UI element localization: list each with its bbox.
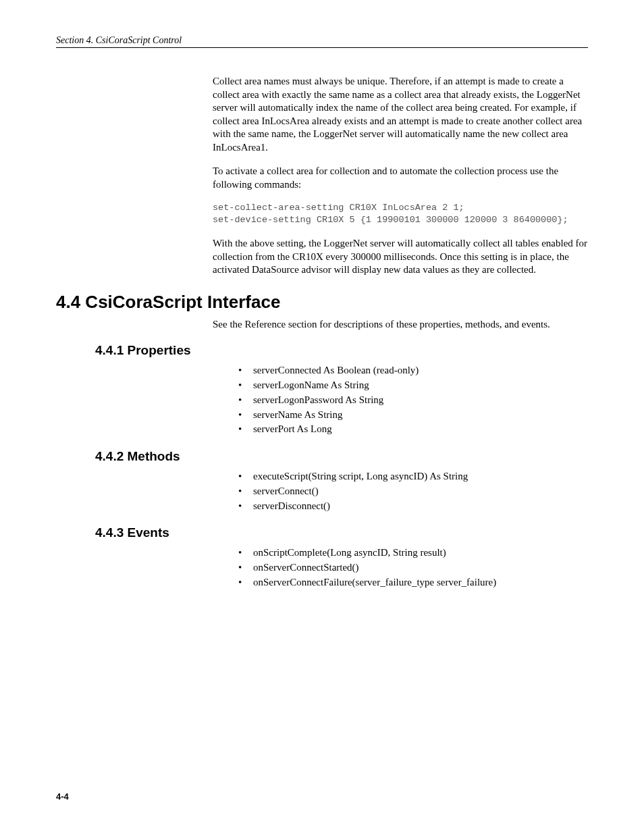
- page-number: 4-4: [56, 791, 69, 802]
- heading-events: 4.4.3 Events: [95, 525, 588, 540]
- page: Section 4. CsiCoraScript Control Collect…: [0, 0, 644, 834]
- properties-list: serverConnected As Boolean (read-only) s…: [56, 363, 588, 437]
- paragraph-with-above-setting: With the above setting, the LoggerNet se…: [213, 237, 588, 277]
- list-item: onScriptComplete(Long asyncID, String re…: [238, 546, 588, 561]
- methods-list: executeScript(String script, Long asyncI…: [56, 469, 588, 513]
- list-item: onServerConnectFailure(server_failure_ty…: [238, 575, 588, 590]
- events-list: onScriptComplete(Long asyncID, String re…: [56, 546, 588, 590]
- list-item: onServerConnectStarted(): [238, 561, 588, 575]
- paragraph-collect-area-unique: Collect area names must always be unique…: [213, 75, 588, 154]
- list-item: serverDisconnect(): [238, 499, 588, 514]
- list-item: serverLogonPassword As String: [238, 393, 588, 408]
- heading-properties: 4.4.1 Properties: [95, 343, 588, 358]
- header-rule: [56, 47, 588, 48]
- paragraph-activate-commands: To activate a collect area for collectio…: [213, 165, 588, 191]
- list-item: executeScript(String script, Long asyncI…: [238, 469, 588, 484]
- list-item: serverName As String: [238, 408, 588, 423]
- list-item: serverPort As Long: [238, 422, 588, 437]
- code-block-commands: set-collect-area-setting CR10X InLocsAre…: [213, 202, 588, 226]
- running-header: Section 4. CsiCoraScript Control: [56, 35, 588, 46]
- paragraph-see-reference: See the Reference section for descriptio…: [213, 318, 588, 332]
- list-item: serverConnected As Boolean (read-only): [238, 363, 588, 378]
- list-item: serverLogonName As String: [238, 378, 588, 393]
- list-item: serverConnect(): [238, 484, 588, 499]
- heading-csicorascript-interface: 4.4 CsiCoraScript Interface: [56, 292, 588, 313]
- heading-methods: 4.4.2 Methods: [95, 449, 588, 464]
